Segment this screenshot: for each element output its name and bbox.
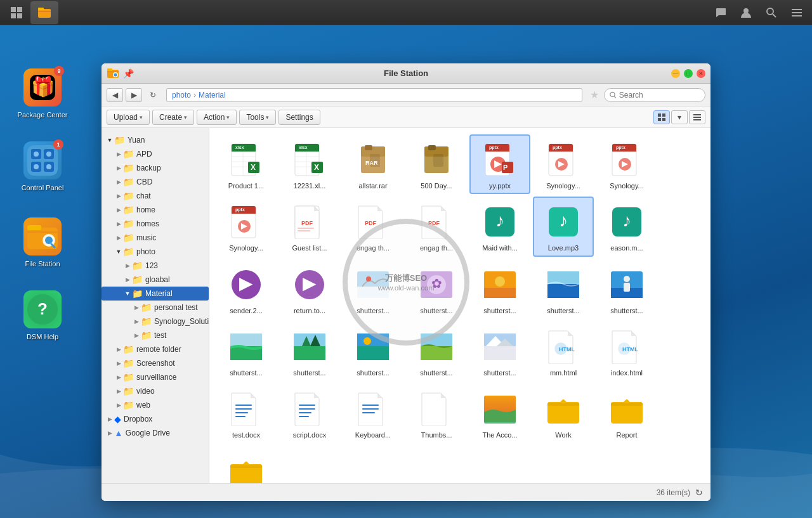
create-button[interactable]: Create▾ — [152, 110, 194, 125]
folder-icon-yuan: 📁 — [114, 135, 125, 145]
file-item-maidwith[interactable]: ♪ Maid with... — [469, 197, 530, 256]
tools-button[interactable]: Tools▾ — [239, 110, 276, 125]
sidebar-label-music: music — [136, 233, 156, 242]
sidebar-item-homes[interactable]: ▶ 📁 homes — [102, 217, 209, 231]
file-item-scriptdocx[interactable]: script.docx — [279, 384, 340, 443]
list-view-button[interactable] — [689, 110, 705, 124]
grid-view-button[interactable] — [653, 110, 670, 124]
svg-point-19 — [34, 152, 39, 157]
file-item-theacco[interactable]: The Acco... — [469, 384, 530, 443]
svg-point-20 — [46, 152, 51, 157]
file-icon-sender: ▶ — [227, 266, 265, 304]
forward-button[interactable]: ▶ — [126, 88, 142, 102]
file-item-shutterst2[interactable]: ✿ shutterst... — [406, 259, 467, 319]
file-item-shutterst8[interactable]: shutterst... — [343, 321, 403, 381]
sidebar-item-personal-test[interactable]: ▶ 📁 personal test — [102, 301, 209, 314]
path-bar[interactable]: photo › Material — [166, 88, 582, 102]
file-icon-synology3: pptx — [227, 203, 265, 241]
file-item-shutterst5[interactable]: shutterst... — [596, 259, 657, 319]
sidebar-item-web[interactable]: ▶ 📁 web — [102, 398, 209, 412]
file-label-shutterst1: shutterst... — [357, 306, 389, 315]
sidebar-item-synology-solution[interactable]: ▶ 📁 Synology_Solution_C — [102, 314, 209, 328]
upload-button[interactable]: Upload▾ — [107, 110, 150, 125]
svg-rect-160 — [547, 403, 579, 406]
sidebar-item-gloabal[interactable]: ▶ 📁 gloabal — [102, 273, 209, 287]
file-item-guestlist[interactable]: PDF Guest list... — [279, 197, 340, 256]
file-item-shutterst10[interactable]: shutterst... — [469, 321, 530, 381]
control-panel-icon[interactable]: 1 Control Panel — [14, 136, 71, 197]
file-item-shutterst7[interactable]: shutterst... — [279, 321, 340, 381]
file-item-500day[interactable]: 500 Day... — [406, 134, 467, 194]
file-item-yypptx[interactable]: pptx P yy.pptx — [469, 134, 530, 194]
file-item-keyboarddocx[interactable]: Keyboard... — [343, 384, 403, 443]
sidebar-item-backup[interactable]: ▶ 📁 backup — [102, 161, 209, 175]
file-item-thumbs[interactable]: Thumbs... — [406, 384, 467, 443]
file-station-taskbar-icon[interactable] — [30, 1, 58, 24]
sidebar-item-music[interactable]: ▶ 📁 music — [102, 231, 209, 245]
package-center-icon[interactable]: 🎁 9 Package Center — [14, 63, 71, 124]
file-item-shutterst9[interactable]: shutterst... — [406, 321, 467, 381]
path-part-photo[interactable]: photo — [172, 91, 191, 100]
dsm-help-icon[interactable]: ? DSM Help — [14, 285, 71, 346]
minimize-button[interactable]: — — [671, 69, 680, 78]
user-icon[interactable] — [736, 3, 756, 23]
close-button[interactable]: ✕ — [697, 69, 705, 78]
sidebar-item-surveillance[interactable]: ▶ 📁 surveillance — [102, 370, 209, 384]
file-station-desktop-icon[interactable]: File Station — [14, 212, 71, 273]
search-taskbar-icon[interactable] — [761, 3, 782, 23]
file-label-synology2: Synology... — [610, 181, 644, 190]
sidebar-item-remote-folder[interactable]: ▶ 📁 remote folder — [102, 342, 209, 356]
sidebar-item-cbd[interactable]: ▶ 📁 CBD — [102, 175, 209, 189]
sidebar-item-photo[interactable]: ▼ 📁 photo — [102, 245, 209, 259]
sidebar-item-material[interactable]: ▼ 📁 Material — [102, 287, 209, 301]
sidebar-item-test[interactable]: ▶ 📁 test — [102, 328, 209, 342]
file-item-report[interactable]: Report — [596, 384, 657, 443]
file-item-work[interactable]: Work — [533, 384, 594, 443]
tree-arrow-synology-sol: ▶ — [132, 318, 141, 325]
sidebar-label-test: test — [154, 331, 166, 340]
file-item-return[interactable]: ▶ return.to... — [279, 259, 340, 319]
file-item-eason[interactable]: ♪ eason.m... — [596, 197, 657, 256]
statusbar-refresh-button[interactable]: ↻ — [695, 488, 703, 498]
chat-icon[interactable] — [710, 3, 731, 23]
file-item-lovemp3[interactable]: ♪ Love.mp3 — [533, 197, 594, 256]
file-item-indexhtml[interactable]: HTML index.html — [596, 321, 657, 381]
apps-grid-button[interactable] — [5, 1, 28, 24]
pin-icon[interactable]: 📌 — [123, 68, 134, 79]
favorite-button[interactable]: ★ — [590, 89, 599, 101]
sidebar-item-video[interactable]: ▶ 📁 video — [102, 384, 209, 398]
file-item-synology3[interactable]: pptx Synology... — [216, 197, 277, 256]
sidebar-item-apd[interactable]: ▶ 📁 APD — [102, 147, 209, 161]
file-item-product1[interactable]: xlsx X Product 1... — [216, 134, 277, 194]
file-item-allstar[interactable]: RAR allstar.rar — [343, 134, 403, 194]
refresh-path-button[interactable]: ↻ — [145, 88, 161, 102]
view-options-button[interactable]: ▾ — [671, 110, 688, 124]
file-item-engag2[interactable]: PDF engag th... — [406, 197, 467, 256]
file-item-engag1[interactable]: PDF engag th... — [343, 197, 403, 256]
action-button[interactable]: Action▾ — [197, 110, 237, 125]
file-item-synology1[interactable]: pptx Synology... — [533, 134, 594, 194]
back-button[interactable]: ◀ — [107, 88, 123, 102]
sidebar-item-123[interactable]: ▶ 📁 123 — [102, 259, 209, 273]
maximize-button[interactable]: □ — [684, 69, 693, 78]
file-item-sender[interactable]: ▶ sender.2... — [216, 259, 277, 319]
file-item-event[interactable]: Event — [216, 446, 277, 483]
file-item-shutterst1[interactable]: shutterst... — [343, 259, 403, 319]
sidebar-item-chat[interactable]: ▶ 📁 chat — [102, 189, 209, 203]
menu-icon[interactable] — [787, 3, 807, 23]
file-item-shutterst4[interactable]: shutterst... — [533, 259, 594, 319]
file-item-12231[interactable]: xlsx X 12231.xl... — [279, 134, 340, 194]
sidebar-item-screenshot[interactable]: ▶ 📁 Screenshot — [102, 356, 209, 370]
search-input[interactable] — [619, 91, 700, 100]
file-item-synology2[interactable]: pptx Synology... — [596, 134, 657, 194]
file-item-testdocx[interactable]: test.docx — [216, 384, 277, 443]
sidebar-item-google-drive[interactable]: ▶ ▲ Google Drive — [102, 426, 209, 440]
sidebar-item-home[interactable]: ▶ 📁 home — [102, 203, 209, 217]
sidebar-item-yuan[interactable]: ▼ 📁 Yuan — [102, 133, 209, 147]
sidebar-item-dropbox[interactable]: ▶ ◆ Dropbox — [102, 412, 209, 426]
settings-button[interactable]: Settings — [278, 110, 320, 125]
file-item-mmhtml[interactable]: HTML mm.html — [533, 321, 594, 381]
path-part-material[interactable]: Material — [199, 91, 226, 100]
file-item-shutterst3[interactable]: shutterst... — [469, 259, 530, 319]
file-item-shutterst6[interactable]: shutterst... — [216, 321, 277, 381]
